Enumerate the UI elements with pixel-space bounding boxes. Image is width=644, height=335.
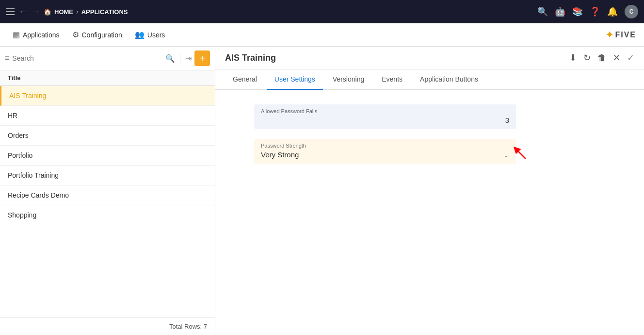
nav-applications[interactable]: ▦ Applications bbox=[8, 27, 64, 42]
sidebar-item-ais-training[interactable]: AIS Training bbox=[0, 86, 215, 106]
sidebar-item-label: Portfolio Training bbox=[8, 171, 59, 179]
nav-configuration[interactable]: ⚙ Configuration bbox=[67, 27, 127, 42]
sidebar-item-label: Portfolio bbox=[8, 151, 32, 159]
red-arrow-indicator bbox=[512, 145, 528, 161]
delete-icon[interactable]: 🗑 bbox=[597, 53, 606, 63]
second-nav-items: ▦ Applications ⚙ Configuration 👥 Users bbox=[8, 27, 170, 42]
sidebar-footer: Total Rows: 7 bbox=[0, 318, 215, 335]
sidebar-item-label: AIS Training bbox=[9, 92, 46, 100]
back-button[interactable]: ← bbox=[18, 7, 27, 17]
home-icon: 🏠 bbox=[44, 8, 51, 16]
filter-icon[interactable]: ≡ bbox=[5, 54, 9, 63]
robot-icon[interactable]: 🤖 bbox=[555, 6, 565, 17]
sidebar-item-label: Recipe Cards Demo bbox=[8, 191, 69, 199]
password-fails-label: Allowed Password Fails bbox=[261, 108, 509, 114]
tab-application-buttons[interactable]: Application Buttons bbox=[412, 69, 486, 90]
users-label: Users bbox=[147, 31, 165, 39]
password-fails-field: Allowed Password Fails bbox=[254, 104, 516, 129]
user-avatar[interactable]: C bbox=[625, 5, 638, 18]
sidebar-item-label: Shopping bbox=[8, 211, 36, 219]
sidebar-nav-icon[interactable]: ⇥ bbox=[185, 54, 192, 63]
password-strength-field: Password Strength Very Strong ⌄ bbox=[254, 139, 516, 164]
add-button[interactable]: + bbox=[194, 50, 210, 66]
tab-label: User Settings bbox=[274, 75, 315, 83]
total-rows-label: Total Rows: 7 bbox=[169, 323, 207, 330]
sidebar-search-bar: ≡ 🔍 ⇥ + bbox=[0, 47, 215, 70]
five-logo: ✦ FIVE bbox=[605, 29, 636, 41]
logo-star-icon: ✦ bbox=[605, 29, 614, 41]
tab-label: Application Buttons bbox=[420, 75, 478, 83]
refresh-icon[interactable]: ↻ bbox=[583, 52, 591, 63]
title-column-label: Title bbox=[8, 74, 21, 82]
confirm-icon[interactable]: ✓ bbox=[627, 52, 634, 63]
content-actions: ⬇ ↻ 🗑 ✕ ✓ bbox=[569, 52, 634, 63]
sidebar-item-label: HR bbox=[8, 112, 17, 119]
configuration-icon: ⚙ bbox=[72, 30, 79, 39]
configuration-label: Configuration bbox=[82, 31, 122, 39]
password-fails-input[interactable] bbox=[417, 116, 509, 124]
chevron-down-icon[interactable]: ⌄ bbox=[503, 151, 509, 159]
sidebar-item-orders[interactable]: Orders bbox=[0, 126, 215, 146]
books-icon[interactable]: 📚 bbox=[572, 6, 583, 17]
content-title: AIS Training bbox=[225, 53, 276, 63]
sidebar-column-header: Title bbox=[0, 70, 215, 86]
help-icon[interactable]: ❓ bbox=[590, 6, 600, 17]
tab-user-settings[interactable]: User Settings bbox=[267, 69, 323, 90]
applications-label: Applications bbox=[23, 31, 60, 39]
top-bar: ← → 🏠 HOME › APPLICATIONS 🔍 🤖 📚 ❓ 🔔 C bbox=[0, 0, 644, 23]
password-strength-dropdown-area: ⌄ bbox=[503, 151, 509, 159]
download-icon[interactable]: ⬇ bbox=[569, 52, 577, 63]
search-cloud-icon[interactable]: 🔍 bbox=[537, 6, 548, 17]
top-bar-left: ← → 🏠 HOME › APPLICATIONS bbox=[6, 7, 533, 17]
current-page-label: APPLICATIONS bbox=[81, 8, 128, 16]
search-input[interactable] bbox=[12, 54, 162, 62]
tab-label: Events bbox=[382, 75, 402, 83]
password-strength-row: Very Strong ⌄ bbox=[261, 151, 509, 159]
password-strength-label: Password Strength bbox=[261, 143, 509, 149]
sidebar-item-label: Orders bbox=[8, 132, 29, 139]
second-nav: ▦ Applications ⚙ Configuration 👥 Users ✦… bbox=[0, 23, 644, 47]
sidebar: ≡ 🔍 ⇥ + Title AIS Training HR Orders Por… bbox=[0, 47, 215, 335]
sidebar-item-portfolio[interactable]: Portfolio bbox=[0, 146, 215, 166]
breadcrumb: 🏠 HOME › APPLICATIONS bbox=[44, 8, 128, 16]
hamburger-menu[interactable] bbox=[6, 8, 15, 15]
tab-general[interactable]: General bbox=[225, 69, 265, 90]
sidebar-item-hr[interactable]: HR bbox=[0, 106, 215, 126]
logo-text: FIVE bbox=[615, 31, 636, 39]
tab-label: Versioning bbox=[333, 75, 364, 83]
forward-button[interactable]: → bbox=[31, 7, 40, 17]
nav-users[interactable]: 👥 Users bbox=[130, 27, 170, 42]
close-icon[interactable]: ✕ bbox=[613, 52, 620, 63]
content-area: AIS Training ⬇ ↻ 🗑 ✕ ✓ General User Sett… bbox=[215, 47, 644, 335]
svg-line-0 bbox=[516, 149, 526, 159]
password-strength-value: Very Strong bbox=[261, 151, 299, 159]
search-icon[interactable]: 🔍 bbox=[165, 54, 175, 63]
sidebar-item-shopping[interactable]: Shopping bbox=[0, 205, 215, 225]
sidebar-list: AIS Training HR Orders Portfolio Portfol… bbox=[0, 86, 215, 318]
sidebar-item-recipe-cards-demo[interactable]: Recipe Cards Demo bbox=[0, 185, 215, 205]
users-icon: 👥 bbox=[135, 30, 145, 39]
tabs-bar: General User Settings Versioning Events … bbox=[215, 69, 644, 90]
main-layout: ≡ 🔍 ⇥ + Title AIS Training HR Orders Por… bbox=[0, 47, 644, 335]
applications-icon: ▦ bbox=[13, 30, 20, 39]
search-divider bbox=[180, 53, 180, 63]
notifications-icon[interactable]: 🔔 bbox=[607, 6, 618, 17]
tab-events[interactable]: Events bbox=[374, 69, 410, 90]
sidebar-item-portfolio-training[interactable]: Portfolio Training bbox=[0, 166, 215, 185]
tab-versioning[interactable]: Versioning bbox=[325, 69, 372, 90]
tab-label: General bbox=[233, 75, 257, 83]
content-header: AIS Training ⬇ ↻ 🗑 ✕ ✓ bbox=[215, 47, 644, 69]
breadcrumb-separator: › bbox=[76, 8, 79, 16]
password-fails-row bbox=[261, 116, 509, 124]
home-link[interactable]: HOME bbox=[54, 8, 73, 16]
form-area: Allowed Password Fails Password Strength… bbox=[215, 90, 644, 335]
top-bar-right: 🔍 🤖 📚 ❓ 🔔 C bbox=[537, 5, 638, 18]
